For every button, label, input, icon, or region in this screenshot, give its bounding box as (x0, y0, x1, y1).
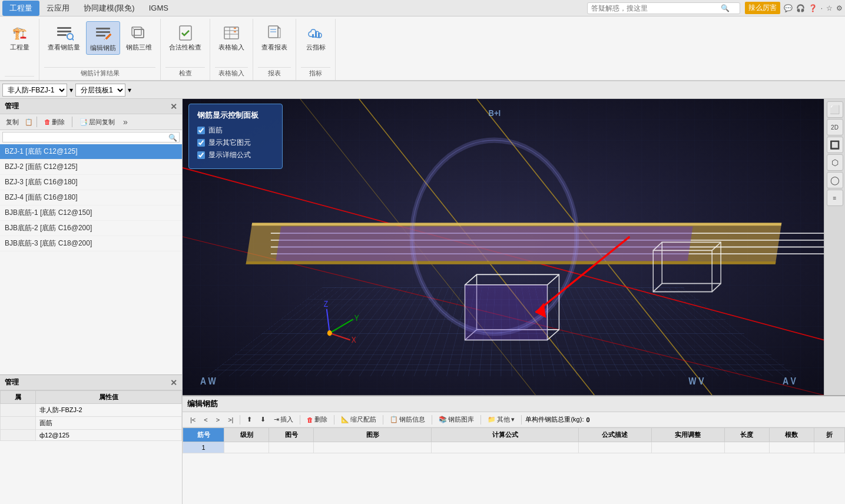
svg-line-4 (72, 39, 74, 41)
menu-item-engineering[interactable]: 工程量 (2, 1, 39, 16)
right-btn-4[interactable]: ⬡ (827, 154, 843, 171)
menu-item-collab[interactable]: 协同建模(限免) (77, 1, 142, 16)
rebar3d-button[interactable]: 钢筋三维 (122, 21, 155, 54)
view-rebar-button[interactable]: 查看钢筋量 (44, 21, 84, 54)
legal-check-button[interactable]: 合法性检查 (165, 21, 205, 54)
select-layer[interactable]: 分层筏板1 (75, 84, 125, 97)
btn-sep5 (432, 415, 432, 425)
list-item-5[interactable]: BJB底筋-2 [底筋 C16@200] (0, 221, 182, 236)
cell-count[interactable] (769, 442, 814, 453)
cell-figno[interactable] (269, 442, 314, 453)
other-btn[interactable]: 📁 其他 ▾ (485, 414, 518, 425)
info-btn[interactable]: 📋 钢筋信息 (387, 414, 428, 425)
cell-length[interactable] (724, 442, 769, 453)
ribbon-label-text: 工程量 (10, 44, 29, 51)
total-weight-value: 0 (586, 416, 589, 423)
cell-formula[interactable] (432, 442, 579, 453)
up-btn[interactable]: ⬆ (244, 415, 255, 425)
menu-item-cloud[interactable]: 云应用 (39, 1, 77, 16)
cell-shape[interactable] (314, 442, 432, 453)
scale-label: 缩尺配筋 (350, 415, 376, 424)
list-item-6[interactable]: BJB底筋-3 [底筋 C18@200] (0, 236, 182, 251)
panel-top-section: 管理 ✕ 复制 📋 🗑 删除 📑 层间复制 » 🔍 (0, 99, 182, 374)
th-length: 长度 (724, 428, 769, 442)
list-item-0[interactable]: BZJ-1 [底筋 C12@125] (0, 144, 182, 160)
th-adj: 实用调整 (651, 428, 724, 442)
down-btn[interactable]: ⬇ (257, 415, 269, 425)
select-project[interactable]: 非人防-FBZJ-1 (2, 84, 67, 97)
checkbox-mian[interactable] (197, 127, 205, 134)
index-group-buttons: 云指标 (301, 21, 330, 67)
cell-adj[interactable] (651, 442, 724, 453)
library-btn[interactable]: 📚 钢筋图库 (436, 414, 477, 425)
prop-name-2 (1, 430, 36, 441)
delete-rebar-btn[interactable]: 🗑 删除 (304, 414, 330, 425)
table-input-button[interactable]: 表格输入 (215, 21, 248, 54)
copy-button[interactable]: 复制 (2, 117, 22, 128)
help-icon[interactable]: ❓ (808, 4, 817, 12)
list-item-2[interactable]: BZJ-3 [底筋 C16@180] (0, 175, 182, 190)
search-input[interactable] (591, 4, 721, 12)
scale-btn[interactable]: 📐 缩尺配筋 (338, 414, 379, 425)
more-button[interactable]: » (121, 116, 130, 128)
view-rebar-label: 查看钢筋量 (48, 44, 80, 51)
list-item-4[interactable]: BJB底筋-1 [底筋 C12@150] (0, 205, 182, 221)
cell-level[interactable] (224, 442, 269, 453)
btn-sep4 (383, 415, 383, 425)
nav-prev-btn[interactable]: |< (187, 415, 198, 425)
right-btn-3[interactable]: 🔲 (827, 137, 843, 153)
right-btn-2[interactable]: 2D (827, 119, 843, 135)
ribbon-group-report: 查看报表 报表 (253, 19, 296, 80)
scene-bg: Y Z X A W W V A V B+I (183, 99, 824, 395)
cell-desc[interactable] (579, 442, 652, 453)
label-wv: W V (688, 376, 704, 386)
main-lower: Y Z X A W W V A V B+I (183, 99, 845, 504)
nav-gt-btn[interactable]: > (213, 415, 223, 425)
nav-last-btn[interactable]: >| (225, 415, 236, 425)
prop-col-name: 属 (1, 391, 36, 404)
headphone-icon[interactable]: 🎧 (796, 4, 805, 12)
view3d[interactable]: Y Z X A W W V A V B+I (183, 99, 824, 395)
ribbon: 🏗️ 工程量 查看钢筋量 编辑钢筋 (0, 16, 845, 81)
svg-rect-0 (57, 27, 71, 29)
panel-top-header: 管理 ✕ (0, 99, 182, 114)
view-report-button[interactable]: 查看报表 (258, 21, 291, 54)
panel-top-close[interactable]: ✕ (170, 102, 177, 111)
svg-rect-6 (96, 31, 110, 33)
right-btn-6[interactable]: ≡ (827, 190, 843, 206)
main-content: 管理 ✕ 复制 📋 🗑 删除 📑 层间复制 » 🔍 (0, 99, 845, 504)
svg-rect-13 (180, 26, 191, 40)
props-close[interactable]: ✕ (170, 378, 177, 387)
delete-icon: 🗑 (44, 118, 51, 125)
svg-rect-1 (57, 31, 71, 32)
control-panel-title: 钢筋显示控制面板 (197, 110, 274, 121)
list-item-1[interactable]: BZJ-2 [面筋 C12@125] (0, 160, 182, 175)
edit-rebar-button[interactable]: 编辑钢筋 (86, 21, 120, 55)
table-input-label: 表格输入 (218, 44, 244, 51)
report-group-label: 报表 (258, 67, 291, 79)
nav-lt-btn[interactable]: < (201, 415, 210, 425)
list-item-3[interactable]: BZJ-4 [面筋 C16@180] (0, 190, 182, 205)
cloud-index-button[interactable]: 云指标 (301, 21, 330, 54)
prop-name-0 (1, 404, 36, 417)
cell-fold[interactable] (814, 442, 844, 453)
cell-id[interactable]: 1 (183, 442, 224, 453)
checkbox-show-other[interactable] (197, 139, 205, 147)
right-btn-5[interactable]: ◯ (827, 172, 843, 188)
menu-bar: 工程量 云应用 协同建模(限免) IGMS 🔍 辣么厉害 💬 🎧 ❓ · ☆ ⚙ (0, 0, 845, 16)
insert-btn[interactable]: ⇥ 插入 (271, 414, 296, 425)
inter-layer-copy-button[interactable]: 📑 层间复制 (76, 117, 118, 128)
right-btn-1[interactable]: ⬜ (827, 101, 843, 118)
bottom-panel: 编辑钢筋 |< < > >| ⬆ ⬇ ⇥ 插入 🗑 (183, 395, 845, 504)
bubble-icon[interactable]: 💬 (784, 4, 793, 12)
star-icon[interactable]: ☆ (826, 4, 833, 12)
svg-text:Y: Y (354, 313, 359, 323)
menu-item-igms[interactable]: IGMS (142, 1, 175, 15)
checkbox-show-formula[interactable] (197, 151, 205, 159)
properties-panel: 管理 ✕ 属 属性值 非人防-FBZJ-2 (0, 374, 182, 504)
panel-search-input[interactable] (2, 132, 180, 142)
checkbox-show-other-label: 显示其它图元 (208, 138, 251, 148)
settings-icon[interactable]: ⚙ (836, 4, 843, 12)
up-icon: ⬆ (247, 416, 252, 423)
delete-button[interactable]: 🗑 删除 (41, 117, 68, 128)
